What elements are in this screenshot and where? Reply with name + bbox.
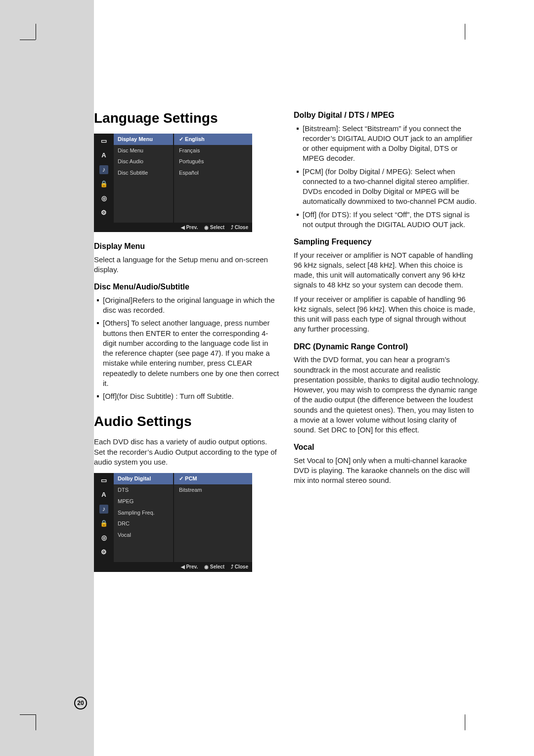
left-column: Language Settings ▭ A ♪ 🔒 ◎ ⚙ Display Me… xyxy=(94,109,280,581)
gear-icon: ⚙ xyxy=(99,208,108,217)
letter-a-icon: A xyxy=(99,151,108,160)
osd-prev-label: ◀ Prev. xyxy=(181,564,198,569)
osd-item: Display Menu xyxy=(114,134,173,145)
paragraph: If your receiver or amplifier is capable… xyxy=(294,294,480,334)
list-item: [Bitstream]: Select “Bitstream” if you c… xyxy=(297,124,480,164)
crop-mark xyxy=(20,714,36,715)
osd-option-list: English Français Português Español xyxy=(173,134,252,223)
paragraph: Select a language for the Setup menu and… xyxy=(94,255,280,275)
list-item: [Original]Refers to the original languag… xyxy=(97,295,280,316)
osd-item: Dolby Digital xyxy=(114,473,173,484)
list-item: [Off] (for DTS): If you select “Off”, th… xyxy=(297,210,480,230)
disc-icon: ◎ xyxy=(99,533,108,542)
crop-mark xyxy=(465,714,465,730)
right-column: Dolby Digital / DTS / MPEG [Bitstream]: … xyxy=(294,109,480,581)
crop-mark xyxy=(465,24,465,40)
osd-option: Français xyxy=(174,145,252,156)
osd-close-label: ⤴ Close xyxy=(231,225,248,230)
osd-option: Português xyxy=(174,156,252,167)
osd-prev-label: ◀ Prev. xyxy=(181,225,198,230)
paragraph: With the DVD format, you can hear a prog… xyxy=(294,355,480,435)
osd-select-label: ◉ Select xyxy=(204,564,224,569)
osd-option: English xyxy=(174,134,252,145)
osd-footer: ◀ Prev. ◉ Select ⤴ Close xyxy=(94,223,252,233)
osd-item: Disc Audio xyxy=(114,156,173,167)
bullet-list: [Bitstream]: Select “Bitstream” if you c… xyxy=(294,124,480,230)
osd-footer: ◀ Prev. ◉ Select ⤴ Close xyxy=(94,562,252,572)
osd-close-label: ⤴ Close xyxy=(231,564,248,569)
paragraph: If your receiver or amplifier is NOT cap… xyxy=(294,250,480,290)
tv-icon: ▭ xyxy=(99,476,108,485)
gear-icon: ⚙ xyxy=(99,548,108,557)
osd-item: MPEG xyxy=(114,496,173,507)
subheading-sampling: Sampling Frequency xyxy=(294,236,480,247)
osd-item-list: Dolby Digital DTS MPEG Sampling Freq. DR… xyxy=(114,473,173,562)
osd-item-list: Display Menu Disc Menu Disc Audio Disc S… xyxy=(114,134,173,223)
osd-audio-menu: ▭ A ♪ 🔒 ◎ ⚙ Dolby Digital DTS MPEG Sampl… xyxy=(94,473,252,572)
list-item: [PCM] (for Dolby Digital / MPEG): Select… xyxy=(297,167,480,207)
page-number: 20 xyxy=(74,697,87,709)
crop-mark xyxy=(36,714,36,730)
subheading-display-menu: Display Menu xyxy=(94,241,280,252)
lock-icon: 🔒 xyxy=(99,180,108,189)
subheading-dolby: Dolby Digital / DTS / MPEG xyxy=(294,110,480,121)
paragraph: Each DVD disc has a variety of audio out… xyxy=(94,437,280,467)
osd-option: Bitstream xyxy=(174,484,252,496)
osd-item: Disc Menu xyxy=(114,145,173,156)
osd-item: Sampling Freq. xyxy=(114,507,173,519)
osd-select-label: ◉ Select xyxy=(204,225,224,230)
osd-item: DTS xyxy=(114,484,173,496)
heading-audio-settings: Audio Settings xyxy=(94,412,280,431)
crop-mark xyxy=(20,40,36,40)
osd-option: PCM xyxy=(174,473,252,484)
osd-item: DRC xyxy=(114,518,173,529)
osd-language-menu: ▭ A ♪ 🔒 ◎ ⚙ Display Menu Disc Menu Disc … xyxy=(94,134,252,233)
list-item: [Off](for Disc Subtitle) : Turn off Subt… xyxy=(97,391,280,401)
audio-icon: ♪ xyxy=(99,505,108,514)
heading-language-settings: Language Settings xyxy=(94,109,280,128)
list-item: [Others] To select another language, pre… xyxy=(97,318,280,388)
osd-item: Vocal xyxy=(114,529,173,541)
osd-icon-column: ▭ A ♪ 🔒 ◎ ⚙ xyxy=(94,473,114,562)
subheading-disc-menu: Disc Menu/Audio/Subtitle xyxy=(94,282,280,292)
crop-mark xyxy=(36,24,36,40)
letter-a-icon: A xyxy=(99,490,108,499)
tv-icon: ▭ xyxy=(99,137,108,145)
lock-icon: 🔒 xyxy=(99,519,108,528)
disc-icon: ◎ xyxy=(99,194,108,203)
bullet-list: [Original]Refers to the original languag… xyxy=(94,295,280,402)
subheading-drc: DRC (Dynamic Range Control) xyxy=(294,341,480,352)
audio-icon: ♪ xyxy=(99,165,108,174)
paragraph: Set Vocal to [ON] only when a multi-chan… xyxy=(294,456,480,486)
page-content: Language Settings ▭ A ♪ 🔒 ◎ ⚙ Display Me… xyxy=(94,109,480,581)
osd-option: Español xyxy=(174,167,252,179)
osd-icon-column: ▭ A ♪ 🔒 ◎ ⚙ xyxy=(94,134,114,223)
osd-item: Disc Subtitle xyxy=(114,167,173,179)
osd-option-list: PCM Bitstream xyxy=(173,473,252,562)
subheading-vocal: Vocal xyxy=(294,442,480,453)
left-gutter xyxy=(0,0,94,756)
